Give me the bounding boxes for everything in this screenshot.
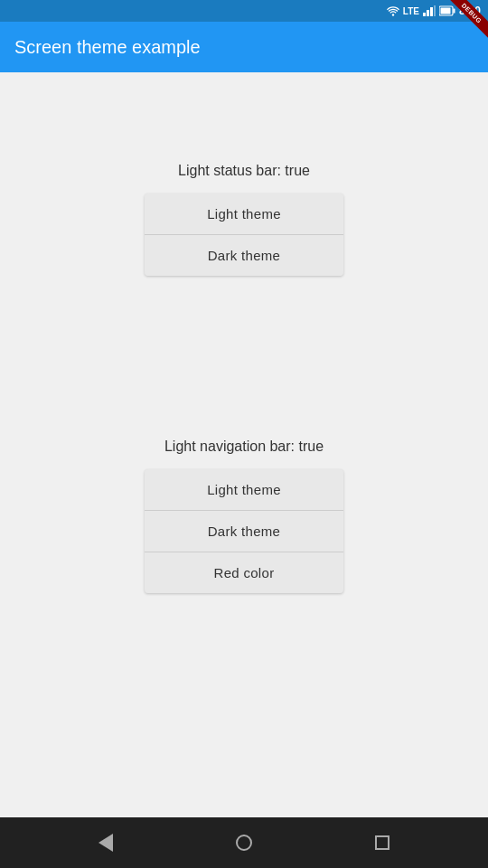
- dark-theme-status-button[interactable]: Dark theme: [145, 235, 343, 276]
- status-bar-label: Light status bar: true: [178, 163, 310, 179]
- back-button[interactable]: [88, 825, 124, 861]
- svg-rect-1: [423, 13, 426, 16]
- home-icon: [236, 835, 252, 851]
- back-icon: [99, 834, 113, 852]
- nav-bar-button-group: Light theme Dark theme Red color: [145, 469, 343, 593]
- svg-rect-4: [434, 5, 436, 16]
- main-content: Light status bar: true Light theme Dark …: [0, 72, 488, 817]
- lte-indicator: LTE: [403, 6, 419, 16]
- signal-icon: [423, 5, 436, 16]
- wifi-icon: [387, 5, 399, 16]
- home-button[interactable]: [226, 825, 262, 861]
- app-title: Screen theme example: [14, 37, 201, 58]
- bottom-nav-bar: [0, 817, 488, 868]
- app-bar: Screen theme example: [0, 22, 488, 72]
- recents-button[interactable]: [364, 825, 400, 861]
- debug-ribbon: DEBUG: [443, 0, 488, 45]
- status-bar: LTE 8:00 DEBUG: [0, 0, 488, 22]
- nav-bar-label: Light navigation bar: true: [164, 439, 324, 455]
- svg-rect-2: [427, 10, 429, 16]
- light-theme-nav-button[interactable]: Light theme: [145, 469, 343, 511]
- svg-rect-3: [430, 7, 433, 16]
- svg-point-0: [392, 14, 394, 15]
- nav-bar-section: Light navigation bar: true Light theme D…: [145, 439, 343, 593]
- light-theme-status-button[interactable]: Light theme: [145, 193, 343, 235]
- status-bar-section: Light status bar: true Light theme Dark …: [145, 163, 343, 276]
- recents-icon: [375, 835, 389, 850]
- status-bar-button-group: Light theme Dark theme: [145, 193, 343, 276]
- red-color-nav-button[interactable]: Red color: [145, 552, 343, 593]
- debug-label: DEBUG: [447, 0, 488, 38]
- dark-theme-nav-button[interactable]: Dark theme: [145, 511, 343, 552]
